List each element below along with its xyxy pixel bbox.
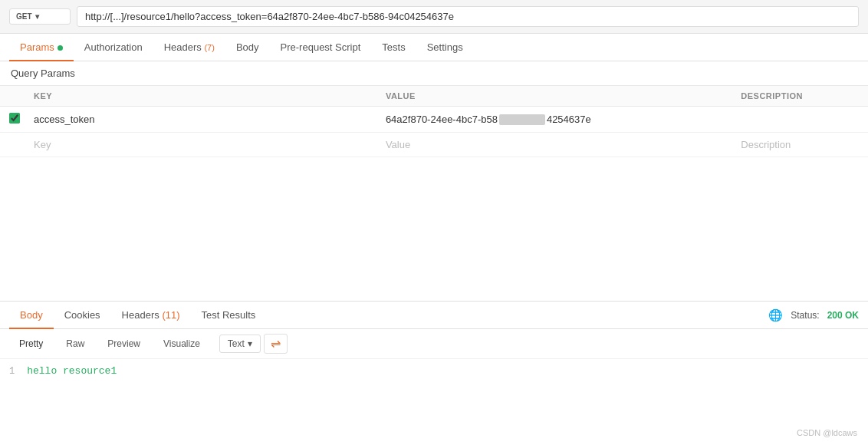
tab-body[interactable]: Body (225, 34, 270, 61)
tab-headers[interactable]: Headers (7) (153, 34, 225, 61)
globe-icon: 🌐 (768, 308, 783, 322)
tab-response-cookies[interactable]: Cookies (54, 302, 111, 328)
col-key-header: KEY (25, 86, 376, 107)
value-blur (499, 114, 545, 125)
tab-prerequest[interactable]: Pre-request Script (270, 34, 372, 61)
status-code: 200 OK (827, 310, 859, 321)
tab-response-headers[interactable]: Headers (11) (111, 302, 191, 328)
subtab-preview[interactable]: Preview (97, 334, 150, 354)
row-value: 64a2f870-24ee-4bc7-b584254637e (376, 107, 732, 133)
url-input[interactable] (77, 6, 859, 27)
wrap-button[interactable]: ⇌ (264, 334, 288, 354)
params-table: KEY VALUE DESCRIPTION access_token 64a2f… (0, 86, 868, 157)
headers-badge: (7) (204, 43, 214, 52)
row-key[interactable]: access_token (25, 107, 376, 133)
response-line-1: 1hello resource1 (9, 365, 859, 377)
row-checkbox-cell[interactable] (0, 107, 25, 133)
response-tabs: Body Cookies Headers (11) Test Results 🌐… (0, 302, 868, 329)
method-dropdown-icon: ▾ (35, 12, 39, 21)
table-row: access_token 64a2f870-24ee-4bc7-b5842546… (0, 107, 868, 133)
status-label: Status: (791, 310, 819, 321)
request-spacer (0, 157, 868, 301)
line-content-1: hello resource1 (27, 365, 117, 377)
request-tabs: Params Authorization Headers (7) Body Pr… (0, 34, 868, 61)
query-params-title: Query Params (0, 61, 868, 86)
row-checkbox[interactable] (9, 113, 20, 124)
method-select[interactable]: GET ▾ (9, 8, 71, 25)
tab-settings[interactable]: Settings (416, 34, 474, 61)
subtab-raw[interactable]: Raw (56, 334, 94, 354)
value-suffix: 4254637e (547, 114, 591, 125)
watermark: CSDN @ldcaws (797, 428, 857, 437)
url-bar: GET ▾ (0, 0, 868, 34)
format-dropdown[interactable]: Text ▾ (219, 335, 261, 353)
response-subtabs: Pretty Raw Preview Visualize Text ▾ ⇌ (0, 329, 868, 359)
value-display: 64a2f870-24ee-4bc7-b584254637e (386, 114, 591, 125)
line-number-1: 1 (9, 366, 15, 377)
empty-desc[interactable]: Description (732, 133, 868, 157)
status-area: 🌐 Status: 200 OK (768, 308, 859, 322)
subtab-pretty[interactable]: Pretty (9, 334, 53, 354)
params-dot (58, 45, 63, 51)
format-label: Text (228, 338, 245, 349)
col-checkbox-header (0, 86, 25, 107)
response-area: Body Cookies Headers (11) Test Results 🌐… (0, 302, 868, 445)
row-description[interactable] (732, 107, 868, 133)
method-label: GET (16, 12, 32, 21)
value-prefix: 64a2f870-24ee-4bc7-b58 (386, 114, 498, 125)
response-headers-badge: (11) (162, 309, 179, 321)
empty-key[interactable]: Key (25, 133, 376, 157)
response-body: 1hello resource1 (0, 359, 868, 383)
tab-response-body[interactable]: Body (9, 302, 54, 328)
tab-authorization[interactable]: Authorization (74, 34, 153, 61)
format-dropdown-icon: ▾ (248, 338, 252, 349)
tab-params[interactable]: Params (9, 34, 74, 61)
empty-row: Key Value Description (0, 133, 868, 157)
col-desc-header: DESCRIPTION (732, 86, 868, 107)
tab-response-test-results[interactable]: Test Results (191, 302, 267, 328)
tab-tests[interactable]: Tests (371, 34, 416, 61)
col-value-header: VALUE (376, 86, 732, 107)
empty-value[interactable]: Value (376, 133, 732, 157)
subtab-visualize[interactable]: Visualize (153, 334, 210, 354)
